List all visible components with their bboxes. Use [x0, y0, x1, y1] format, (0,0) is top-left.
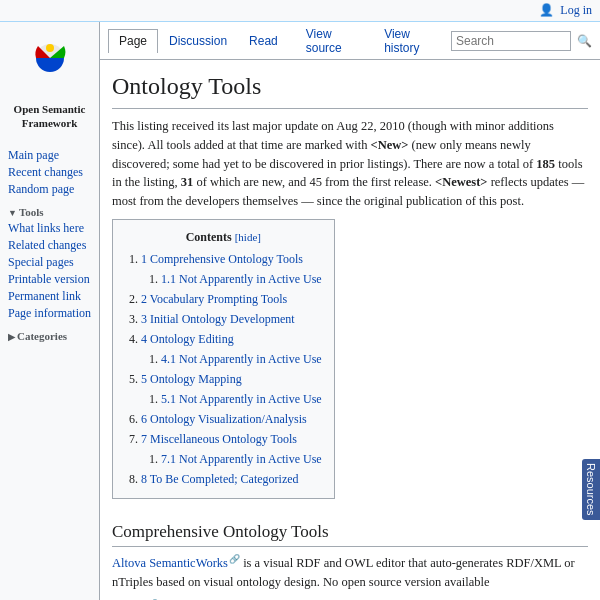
- resources-tab[interactable]: Resources: [582, 459, 600, 520]
- sidebar-item-what-links-here[interactable]: What links here: [8, 220, 91, 237]
- tab-read[interactable]: Read: [238, 29, 289, 52]
- tab-view-source[interactable]: View source: [295, 22, 367, 59]
- tool-link-altova[interactable]: Altova SemanticWorks: [112, 556, 240, 570]
- sidebar-item-special-pages[interactable]: Special pages: [8, 254, 91, 271]
- svg-point-1: [46, 44, 54, 52]
- sidebar-item-permanent-link[interactable]: Permanent link: [8, 288, 91, 305]
- tab-discussion[interactable]: Discussion: [158, 29, 238, 52]
- section-heading-comprehensive: Comprehensive Ontology Tools: [112, 519, 588, 548]
- toc-item-5-1: 5.1 Not Apparently in Active Use: [161, 390, 322, 408]
- toc-hide-link[interactable]: [hide]: [235, 231, 261, 243]
- toc-item-2: 2 Vocabulary Prompting Tools: [141, 290, 322, 308]
- table-of-contents: Contents [hide] 1 Comprehensive Ontology…: [112, 219, 335, 499]
- tab-view-history[interactable]: View history: [373, 22, 445, 59]
- toc-item-7-1: 7.1 Not Apparently in Active Use: [161, 450, 322, 468]
- content-area: Page Discussion Read View source View hi…: [100, 22, 600, 600]
- toc-item-1-1: 1.1 Not Apparently in Active Use: [161, 270, 322, 288]
- toc-item-4-1: 4.1 Not Apparently in Active Use: [161, 350, 322, 368]
- tab-page[interactable]: Page: [108, 29, 158, 53]
- sidebar-item-page-information[interactable]: Page information: [8, 305, 91, 322]
- sidebar-categories-section: ▶Categories: [0, 326, 99, 348]
- intro-paragraph: This listing received its last major upd…: [112, 117, 588, 211]
- tabs-right: Read View source View history 🔍: [238, 22, 592, 59]
- toc-item-6: 6 Ontology Visualization/Analysis: [141, 410, 322, 428]
- sidebar-item-recent-changes[interactable]: Recent changes: [8, 164, 91, 181]
- toc-item-5: 5 Ontology Mapping 5.1 Not Apparently in…: [141, 370, 322, 408]
- login-link[interactable]: 👤 Log in: [539, 3, 592, 18]
- site-logo: Open Semantic Framework: [0, 30, 99, 143]
- toc-list: 1 Comprehensive Ontology Tools 1.1 Not A…: [141, 250, 322, 488]
- search-button[interactable]: 🔍: [577, 34, 592, 48]
- collapse-arrow-icon[interactable]: ▼: [8, 208, 17, 218]
- sidebar-tools-title: ▼Tools: [8, 206, 91, 218]
- site-name: Open Semantic Framework: [4, 98, 95, 139]
- categories-arrow-icon[interactable]: ▶: [8, 332, 15, 342]
- top-bar: 👤 Log in: [0, 0, 600, 22]
- person-icon: 👤: [539, 3, 554, 17]
- sidebar-tools-section: ▼Tools What links here Related changes S…: [0, 202, 99, 326]
- tab-bar: Page Discussion Read View source View hi…: [100, 22, 600, 60]
- sidebar-item-printable-version[interactable]: Printable version: [8, 271, 91, 288]
- sidebar-item-related-changes[interactable]: Related changes: [8, 237, 91, 254]
- sidebar-item-main-page[interactable]: Main page: [8, 147, 91, 164]
- toc-title: Contents [hide]: [125, 228, 322, 246]
- toc-item-3: 3 Initial Ontology Development: [141, 310, 322, 328]
- tabs-left: Page Discussion: [108, 29, 238, 52]
- main-layout: Open Semantic Framework Main page Recent…: [0, 22, 600, 600]
- sidebar: Open Semantic Framework Main page Recent…: [0, 22, 100, 600]
- toc-item-1: 1 Comprehensive Ontology Tools 1.1 Not A…: [141, 250, 322, 288]
- toc-item-8: 8 To Be Completed; Categorized: [141, 470, 322, 488]
- search-input[interactable]: [451, 31, 571, 51]
- page-content: Ontology Tools This listing received its…: [100, 60, 600, 600]
- page-title: Ontology Tools: [112, 68, 588, 109]
- sidebar-categories-title: ▶Categories: [8, 330, 91, 342]
- sidebar-item-random-page[interactable]: Random page: [8, 181, 91, 198]
- sidebar-main-nav: Main page Recent changes Random page: [0, 143, 99, 202]
- toc-item-4: 4 Ontology Editing 4.1 Not Apparently in…: [141, 330, 322, 368]
- tool-entry-altova: Altova SemanticWorks is a visual RDF and…: [112, 553, 588, 592]
- toc-item-7: 7 Miscellaneous Ontology Tools 7.1 Not A…: [141, 430, 322, 468]
